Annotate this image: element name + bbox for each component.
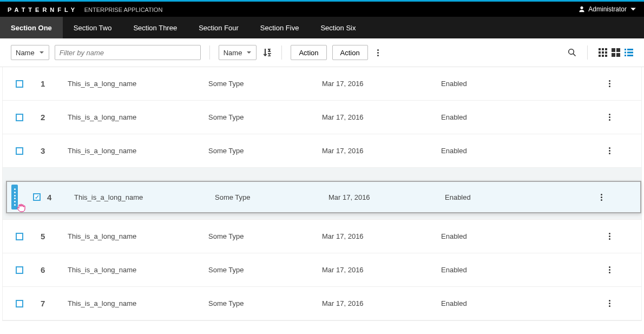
- row-number: 6: [41, 265, 68, 274]
- svg-rect-12: [616, 53, 620, 57]
- row-checkbox[interactable]: [16, 80, 23, 88]
- row-kebab[interactable]: [604, 77, 614, 90]
- row-type: Some Type: [208, 113, 322, 121]
- svg-rect-2: [605, 48, 607, 50]
- row-checkbox[interactable]: [33, 193, 41, 201]
- nav-section-four[interactable]: Section Four: [188, 17, 249, 38]
- row-name: This_is_a_long_name: [68, 80, 208, 88]
- row-number: 1: [41, 79, 68, 88]
- row-type: Some Type: [208, 80, 322, 88]
- svg-rect-16: [627, 52, 633, 54]
- row-number: 2: [41, 113, 68, 122]
- row-name: This_is_a_long_name: [68, 147, 208, 155]
- row-kebab[interactable]: [596, 191, 606, 204]
- brand: PATTERNFLY ENTERPRISE APPLICATION: [8, 5, 162, 14]
- divider: [209, 45, 210, 60]
- user-menu[interactable]: Administrator: [579, 5, 636, 13]
- list-row[interactable]: 1 This_is_a_long_name Some Type Mar 17, …: [3, 67, 641, 101]
- search-button[interactable]: [568, 48, 576, 57]
- svg-rect-17: [625, 55, 626, 56]
- svg-rect-0: [599, 48, 601, 50]
- action-button-2[interactable]: Action: [332, 45, 368, 60]
- svg-rect-5: [605, 51, 607, 54]
- user-icon: [579, 6, 585, 12]
- row-checkbox[interactable]: [16, 266, 23, 274]
- sort-alpha-icon: [262, 48, 272, 57]
- view-list-button[interactable]: [625, 48, 633, 57]
- nav-section-three[interactable]: Section Three: [122, 17, 188, 38]
- row-kebab[interactable]: [604, 144, 614, 158]
- row-kebab[interactable]: [604, 230, 614, 243]
- row-status: Enabled: [441, 266, 582, 274]
- header: PATTERNFLY ENTERPRISE APPLICATION Admini…: [0, 2, 644, 17]
- list-row[interactable]: 3 This_is_a_long_name Some Type Mar 17, …: [3, 134, 641, 168]
- row-kebab[interactable]: [604, 110, 614, 124]
- cards-icon: [612, 48, 620, 57]
- chevron-down-icon: [39, 50, 44, 55]
- action-button-1[interactable]: Action: [291, 45, 326, 60]
- navbar: Section One Section Two Section Three Se…: [0, 17, 644, 38]
- list-row[interactable]: 7 This_is_a_long_name Some Type Mar 17, …: [3, 287, 641, 320]
- tiles-icon: [599, 48, 607, 57]
- user-name: Administrator: [588, 5, 627, 13]
- svg-rect-15: [625, 52, 626, 54]
- filter-field-dropdown[interactable]: Name: [11, 45, 49, 60]
- list-row[interactable]: 5 This_is_a_long_name Some Type Mar 17, …: [3, 220, 641, 253]
- sort-field-label: Name: [224, 49, 242, 57]
- svg-rect-9: [612, 48, 615, 52]
- filter-input[interactable]: [55, 45, 201, 60]
- nav-section-two[interactable]: Section Two: [63, 17, 123, 38]
- list-row[interactable]: 2 This_is_a_long_name Some Type Mar 17, …: [3, 101, 641, 134]
- row-number: 4: [47, 193, 74, 202]
- view-tiles-button[interactable]: [599, 48, 607, 57]
- svg-rect-13: [625, 49, 626, 50]
- row-date: Mar 17, 2016: [322, 266, 441, 274]
- nav-section-six[interactable]: Section Six: [310, 17, 366, 38]
- row-type: Some Type: [208, 147, 322, 155]
- view-cards-button[interactable]: [612, 48, 620, 57]
- row-date: Mar 17, 2016: [322, 113, 441, 121]
- row-name: This_is_a_long_name: [68, 113, 208, 121]
- row-date: Mar 17, 2016: [328, 193, 445, 201]
- svg-rect-7: [602, 55, 604, 57]
- nav-section-five[interactable]: Section Five: [249, 17, 310, 38]
- row-date: Mar 17, 2016: [322, 299, 441, 307]
- svg-rect-18: [627, 55, 633, 56]
- row-checkbox[interactable]: [16, 233, 23, 240]
- list-container: 1 This_is_a_long_name Some Type Mar 17, …: [2, 67, 642, 321]
- row-number: 7: [41, 299, 68, 308]
- row-name: This_is_a_long_name: [68, 232, 208, 240]
- svg-rect-4: [602, 51, 604, 54]
- list-icon: [625, 48, 633, 57]
- toolbar: Name Name Action Action: [0, 38, 644, 67]
- row-name: This_is_a_long_name: [68, 299, 208, 307]
- row-date: Mar 17, 2016: [322, 147, 441, 155]
- row-name: This_is_a_long_name: [68, 266, 208, 274]
- nav-section-one[interactable]: Section One: [0, 17, 63, 38]
- list-row[interactable]: 6 This_is_a_long_name Some Type Mar 17, …: [3, 253, 641, 287]
- list-row-dragging[interactable]: 4 This_is_a_long_name Some Type Mar 17, …: [6, 181, 641, 213]
- row-type: Some Type: [208, 266, 322, 274]
- grab-cursor-icon: [16, 202, 27, 213]
- svg-rect-10: [616, 48, 620, 52]
- row-checkbox[interactable]: [16, 114, 23, 121]
- svg-rect-6: [599, 55, 601, 57]
- row-checkbox[interactable]: [16, 147, 23, 155]
- svg-rect-8: [605, 55, 607, 57]
- sort-field-dropdown[interactable]: Name: [219, 45, 257, 60]
- row-kebab[interactable]: [604, 297, 614, 310]
- row-number: 5: [41, 232, 68, 241]
- row-status: Enabled: [441, 232, 582, 240]
- row-status: Enabled: [441, 113, 582, 121]
- row-type: Some Type: [208, 299, 322, 307]
- sort-alpha-button[interactable]: [262, 47, 273, 58]
- divider: [587, 45, 588, 60]
- svg-rect-3: [599, 51, 601, 54]
- row-date: Mar 17, 2016: [322, 80, 441, 88]
- row-status: Enabled: [445, 193, 580, 201]
- row-checkbox[interactable]: [16, 300, 23, 307]
- row-kebab[interactable]: [604, 263, 614, 277]
- toolbar-kebab[interactable]: [373, 46, 383, 60]
- brand-sub: ENTERPRISE APPLICATION: [84, 6, 163, 13]
- row-type: Some Type: [208, 232, 322, 240]
